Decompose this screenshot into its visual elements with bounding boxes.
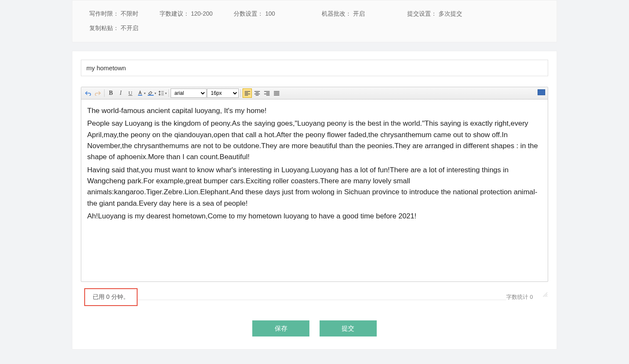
align-left-icon[interactable] xyxy=(243,88,252,98)
align-center-icon[interactable] xyxy=(252,88,262,98)
setting-score: 分数设置：100 xyxy=(234,7,275,21)
font-color-icon[interactable] xyxy=(135,88,145,98)
font-size-select[interactable]: 16px xyxy=(207,88,239,98)
font-family-select[interactable]: arial xyxy=(171,88,207,98)
svg-rect-0 xyxy=(138,95,142,96)
italic-icon[interactable]: I xyxy=(116,88,125,98)
settings-panel: 写作时限：不限时 字数建议：120-200 分数设置：100 机器批改：开启 提… xyxy=(72,0,557,42)
setting-auto-grade: 机器批改：开启 xyxy=(322,7,365,21)
setting-submit: 提交设置：多次提交 xyxy=(407,7,462,21)
chevron-down-icon: ▾ xyxy=(154,91,156,95)
editor-card: B I U ▾ ▾ ▾ xyxy=(72,51,557,350)
editor-content[interactable]: The world-famous ancient capital luoyang… xyxy=(81,99,548,281)
setting-time-limit: 写作时限：不限时 xyxy=(89,7,138,21)
time-used-badge: 已用 0 分钟。 xyxy=(84,288,138,306)
paragraph[interactable]: People say Luoyang is the kingdom of peo… xyxy=(87,118,542,163)
chevron-down-icon: ▾ xyxy=(144,91,146,95)
editor-toolbar: B I U ▾ ▾ ▾ xyxy=(81,87,548,99)
redo-icon[interactable] xyxy=(93,88,102,98)
svg-rect-1 xyxy=(148,95,154,96)
align-right-icon[interactable] xyxy=(262,88,271,98)
title-input[interactable] xyxy=(81,60,548,76)
save-button[interactable]: 保存 xyxy=(252,320,309,336)
action-buttons: 保存 提交 xyxy=(81,308,548,341)
editor-footer: 已用 0 分钟。 字数统计 0 xyxy=(81,282,548,308)
setting-copy-paste: 复制粘贴：不开启 xyxy=(89,21,138,36)
setting-word-suggest: 字数建议：120-200 xyxy=(160,7,212,21)
align-justify-icon[interactable] xyxy=(272,88,281,98)
line-height-dropdown[interactable]: ▾ xyxy=(157,88,167,98)
submit-button[interactable]: 提交 xyxy=(320,320,377,336)
resize-handle-icon[interactable] xyxy=(542,292,547,297)
rich-editor: B I U ▾ ▾ ▾ xyxy=(81,87,548,282)
undo-icon[interactable] xyxy=(83,88,93,98)
paragraph[interactable]: The world-famous ancient capital luoyang… xyxy=(87,105,542,116)
paragraph[interactable]: Having said that,you must want to know w… xyxy=(87,165,542,209)
font-color-dropdown[interactable]: ▾ xyxy=(135,88,146,98)
bg-color-dropdown[interactable]: ▾ xyxy=(146,88,156,98)
highlight-icon[interactable] xyxy=(146,88,155,98)
separator-icon xyxy=(240,89,241,97)
fullscreen-icon[interactable] xyxy=(538,89,545,95)
separator-icon xyxy=(168,89,169,97)
chevron-down-icon: ▾ xyxy=(165,91,167,95)
line-height-icon[interactable] xyxy=(157,88,166,98)
separator-icon xyxy=(104,89,105,97)
bold-icon[interactable]: B xyxy=(106,88,116,98)
underline-icon[interactable]: U xyxy=(126,88,135,98)
paragraph[interactable]: Ah!Luoyang is my dearest hometown,Come t… xyxy=(87,211,542,222)
word-count: 字数统计 0 xyxy=(506,293,533,301)
